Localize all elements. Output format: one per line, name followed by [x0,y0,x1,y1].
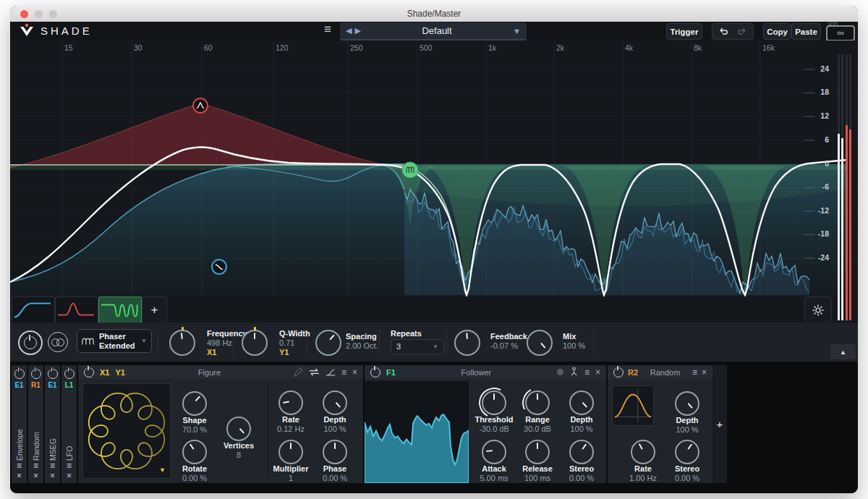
multiplier-knob[interactable] [278,440,303,464]
mix-value: 100 % [563,341,585,351]
preset-selector[interactable]: Default [340,22,527,40]
power-icon[interactable] [613,367,624,378]
figure-shape-display[interactable] [82,383,171,479]
source-close-icon[interactable] [17,471,22,481]
random-stereo-knob[interactable] [675,440,699,464]
band-power-button[interactable] [18,330,43,355]
spacing-knob[interactable] [315,330,341,356]
source-menu-icon[interactable] [67,461,72,471]
random-curve-display[interactable] [612,385,654,426]
random-stereo-value: 0.00 % [664,474,710,483]
edit-icon[interactable] [294,367,303,377]
output-meter-left2 [841,54,843,320]
follower-panel: F1 Follower Threshold -30.0 dB Range [365,365,606,483]
add-band-button[interactable]: + [142,297,167,323]
slope-icon[interactable] [326,368,336,376]
paste-label: Paste [795,27,817,36]
range-knob[interactable] [525,391,550,415]
follower-depth-value: 100 % [558,425,605,434]
power-icon[interactable] [14,369,25,379]
main-menu-icon[interactable] [324,22,331,37]
figure-close-icon[interactable] [352,367,357,378]
random-stereo-label: Stereo [664,464,710,474]
band-tab-3-selected[interactable] [98,297,142,323]
band-tab-2[interactable] [55,297,98,323]
paste-button[interactable]: Paste [791,23,821,40]
figure-shape-select-caret[interactable] [159,466,166,474]
redo-icon[interactable] [736,27,746,35]
random-id: R2 [628,368,638,377]
mod-source-tab-lfo[interactable]: L1 LFO [61,365,77,483]
preset-caret-icon[interactable] [513,27,521,35]
power-icon[interactable] [31,369,41,379]
source-close-icon[interactable] [67,471,72,481]
figure-rate-knob[interactable] [278,391,303,415]
follower-menu-icon[interactable] [584,367,590,378]
threshold-knob[interactable] [482,391,506,415]
figure-depth-knob[interactable] [323,391,347,415]
plugin-header: SHADE Default Trigger Copy Paste UVI ∞ [10,22,858,40]
comb-band-handle[interactable] [402,162,418,178]
qwidth-knob[interactable] [242,330,268,356]
add-mod-source-button[interactable]: + [712,365,727,483]
feedback-knob[interactable] [454,330,480,356]
follower-stereo-knob[interactable] [569,440,594,464]
mod-source-tab-random[interactable]: R1 Random [28,365,43,483]
repeats-value: 3 [396,342,433,351]
settings-button[interactable] [804,297,832,324]
repeats-dropdown[interactable]: 3 [391,339,444,354]
power-icon[interactable] [84,367,94,378]
power-icon[interactable] [370,367,380,378]
freq-label: 2k [556,43,564,52]
vertices-knob[interactable] [226,417,251,441]
eq-display[interactable]: 15 30 60 120 250 500 1k 2k 4k 8k 16k 24 … [10,40,858,297]
copy-label: Copy [767,27,788,36]
follower-close-icon[interactable] [595,367,600,378]
attack-knob[interactable] [482,440,506,464]
source-menu-icon[interactable] [17,461,22,471]
listen-dot-icon[interactable] [557,369,563,375]
collapse-mod-panel-button[interactable] [830,344,856,359]
stereo-mode-button[interactable] [48,332,68,352]
swap-arrows-icon[interactable] [309,368,320,376]
band-type-dropdown[interactable]: Phaser Extended [77,329,152,353]
copy-button[interactable]: Copy [763,23,791,40]
next-preset-icon[interactable] [354,26,360,35]
follower-stereo-knob-group: Stereo 0.00 % [558,440,605,483]
sidechain-icon[interactable] [569,367,579,377]
release-knob[interactable] [525,440,550,464]
random-menu-icon[interactable] [692,367,697,378]
follower-depth-knob[interactable] [569,391,594,415]
source-close-icon[interactable] [50,471,55,481]
qwidth-label: Q-Width [279,329,310,338]
frequency-knob[interactable] [169,330,195,356]
random-rate-knob-group: Rate 1.00 Hz [620,440,666,483]
random-close-icon[interactable] [702,367,707,378]
band2-peak-handle[interactable] [193,98,208,113]
figure-panel: X1 Y1 Figure Shape 70.0 % [78,365,363,483]
shape-knob[interactable] [182,391,207,416]
power-icon[interactable] [64,369,75,379]
source-id: R1 [31,381,41,389]
random-panel-header: R2 Random [608,365,712,379]
undo-icon[interactable] [719,27,729,35]
figure-menu-icon[interactable] [341,367,346,378]
mix-knob[interactable] [527,330,553,356]
prev-preset-icon[interactable] [346,26,352,35]
source-menu-icon[interactable] [33,461,38,471]
source-menu-icon[interactable] [50,461,55,471]
random-depth-knob[interactable] [675,391,699,416]
freq-label: 4k [625,43,633,52]
mod-source-tab-envelope[interactable]: E1 Envelope [12,365,27,483]
freq-label: 30 [134,43,142,52]
trigger-button[interactable]: Trigger [666,23,702,40]
source-close-icon[interactable] [33,471,38,481]
follower-waveform-display [365,381,469,483]
random-rate-knob[interactable] [631,440,655,464]
power-icon[interactable] [48,369,58,379]
mod-source-tab-mseg[interactable]: E1 MSEG [45,365,60,483]
rotate-knob[interactable] [182,440,207,464]
band-tab-1[interactable] [12,297,55,323]
phase-knob[interactable] [323,440,347,464]
band1-handle[interactable] [212,260,226,274]
